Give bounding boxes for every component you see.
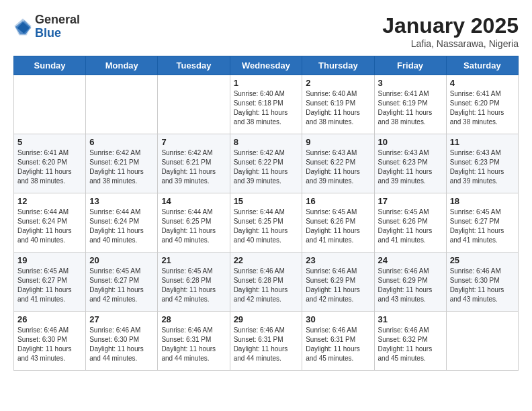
weekday-header-sunday: Sunday [14, 56, 86, 75]
calendar-cell: 5Sunrise: 6:41 AMSunset: 6:20 PMDaylight… [14, 134, 86, 193]
day-info: Sunrise: 6:45 AMSunset: 6:26 PMDaylight:… [306, 208, 370, 245]
day-info: Sunrise: 6:44 AMSunset: 6:24 PMDaylight:… [89, 208, 154, 245]
calendar-cell: 23Sunrise: 6:46 AMSunset: 6:29 PMDayligh… [302, 253, 374, 312]
calendar-cell: 15Sunrise: 6:44 AMSunset: 6:25 PMDayligh… [230, 193, 302, 253]
day-info: Sunrise: 6:45 AMSunset: 6:27 PMDaylight:… [450, 208, 515, 245]
calendar-cell: 24Sunrise: 6:46 AMSunset: 6:29 PMDayligh… [374, 253, 446, 312]
day-number: 11 [450, 137, 515, 147]
day-info: Sunrise: 6:43 AMSunset: 6:22 PMDaylight:… [306, 148, 370, 186]
day-info: Sunrise: 6:42 AMSunset: 6:22 PMDaylight:… [234, 148, 299, 186]
calendar-cell: 1Sunrise: 6:40 AMSunset: 6:18 PMDaylight… [230, 75, 302, 134]
calendar-cell: 6Sunrise: 6:42 AMSunset: 6:21 PMDaylight… [86, 134, 158, 193]
calendar-cell: 10Sunrise: 6:43 AMSunset: 6:23 PMDayligh… [374, 134, 446, 193]
day-number: 15 [234, 196, 299, 206]
day-info: Sunrise: 6:40 AMSunset: 6:19 PMDaylight:… [306, 89, 370, 127]
month-title: January 2025 [382, 13, 519, 38]
calendar-cell: 2Sunrise: 6:40 AMSunset: 6:19 PMDaylight… [302, 75, 374, 134]
day-number: 30 [306, 314, 370, 324]
calendar-cell [14, 75, 86, 134]
day-number: 10 [378, 137, 443, 147]
calendar-cell: 8Sunrise: 6:42 AMSunset: 6:22 PMDaylight… [230, 134, 302, 193]
day-number: 2 [306, 78, 370, 88]
day-info: Sunrise: 6:44 AMSunset: 6:25 PMDaylight:… [161, 208, 226, 245]
calendar-week-row: 1Sunrise: 6:40 AMSunset: 6:18 PMDaylight… [14, 75, 519, 134]
calendar-cell: 31Sunrise: 6:46 AMSunset: 6:32 PMDayligh… [374, 312, 446, 371]
calendar-cell: 29Sunrise: 6:46 AMSunset: 6:31 PMDayligh… [230, 312, 302, 371]
day-info: Sunrise: 6:46 AMSunset: 6:31 PMDaylight:… [234, 326, 299, 363]
page-header: General Blue January 2025 Lafia, Nassara… [13, 13, 519, 49]
day-number: 16 [306, 196, 370, 206]
day-number: 19 [17, 255, 82, 265]
day-info: Sunrise: 6:40 AMSunset: 6:18 PMDaylight:… [234, 89, 299, 127]
day-number: 13 [89, 196, 154, 206]
day-info: Sunrise: 6:46 AMSunset: 6:30 PMDaylight:… [17, 326, 82, 363]
day-info: Sunrise: 6:46 AMSunset: 6:30 PMDaylight:… [89, 326, 154, 363]
weekday-header-tuesday: Tuesday [158, 56, 230, 75]
weekday-header-friday: Friday [374, 56, 446, 75]
day-info: Sunrise: 6:45 AMSunset: 6:27 PMDaylight:… [17, 267, 82, 304]
calendar-cell: 16Sunrise: 6:45 AMSunset: 6:26 PMDayligh… [302, 193, 374, 253]
day-info: Sunrise: 6:44 AMSunset: 6:25 PMDaylight:… [234, 208, 299, 245]
day-number: 7 [161, 137, 226, 147]
day-number: 4 [450, 78, 515, 88]
day-number: 1 [234, 78, 299, 88]
day-number: 5 [17, 137, 82, 147]
calendar-cell: 7Sunrise: 6:42 AMSunset: 6:21 PMDaylight… [158, 134, 230, 193]
calendar-cell: 26Sunrise: 6:46 AMSunset: 6:30 PMDayligh… [14, 312, 86, 371]
calendar-week-row: 12Sunrise: 6:44 AMSunset: 6:24 PMDayligh… [14, 193, 519, 253]
logo: General Blue [13, 13, 80, 40]
day-number: 27 [89, 314, 154, 324]
day-number: 29 [234, 314, 299, 324]
calendar-cell: 12Sunrise: 6:44 AMSunset: 6:24 PMDayligh… [14, 193, 86, 253]
location-subtitle: Lafia, Nassarawa, Nigeria [382, 38, 519, 49]
calendar-cell: 4Sunrise: 6:41 AMSunset: 6:20 PMDaylight… [446, 75, 518, 134]
calendar-cell: 3Sunrise: 6:41 AMSunset: 6:19 PMDaylight… [374, 75, 446, 134]
day-info: Sunrise: 6:42 AMSunset: 6:21 PMDaylight:… [161, 148, 226, 186]
logo-general: General [35, 13, 80, 27]
day-info: Sunrise: 6:46 AMSunset: 6:30 PMDaylight:… [450, 267, 515, 304]
weekday-header-saturday: Saturday [446, 56, 518, 75]
calendar-cell [86, 75, 158, 134]
day-info: Sunrise: 6:41 AMSunset: 6:20 PMDaylight:… [450, 89, 515, 127]
calendar-cell: 11Sunrise: 6:43 AMSunset: 6:23 PMDayligh… [446, 134, 518, 193]
day-info: Sunrise: 6:46 AMSunset: 6:28 PMDaylight:… [234, 267, 299, 304]
day-number: 26 [17, 314, 82, 324]
calendar-cell: 18Sunrise: 6:45 AMSunset: 6:27 PMDayligh… [446, 193, 518, 253]
day-number: 9 [306, 137, 370, 147]
calendar-cell: 20Sunrise: 6:45 AMSunset: 6:27 PMDayligh… [86, 253, 158, 312]
day-number: 25 [450, 255, 515, 265]
weekday-header-thursday: Thursday [302, 56, 374, 75]
day-info: Sunrise: 6:45 AMSunset: 6:28 PMDaylight:… [161, 267, 226, 304]
calendar-cell: 25Sunrise: 6:46 AMSunset: 6:30 PMDayligh… [446, 253, 518, 312]
day-number: 20 [89, 255, 154, 265]
day-info: Sunrise: 6:46 AMSunset: 6:29 PMDaylight:… [306, 267, 370, 304]
day-number: 28 [161, 314, 226, 324]
day-info: Sunrise: 6:43 AMSunset: 6:23 PMDaylight:… [450, 148, 515, 186]
day-info: Sunrise: 6:45 AMSunset: 6:26 PMDaylight:… [378, 208, 443, 245]
calendar-week-row: 5Sunrise: 6:41 AMSunset: 6:20 PMDaylight… [14, 134, 519, 193]
calendar-cell: 9Sunrise: 6:43 AMSunset: 6:22 PMDaylight… [302, 134, 374, 193]
day-number: 18 [450, 196, 515, 206]
calendar-cell: 13Sunrise: 6:44 AMSunset: 6:24 PMDayligh… [86, 193, 158, 253]
day-info: Sunrise: 6:41 AMSunset: 6:20 PMDaylight:… [17, 148, 82, 186]
day-number: 8 [234, 137, 299, 147]
calendar-cell: 17Sunrise: 6:45 AMSunset: 6:26 PMDayligh… [374, 193, 446, 253]
day-info: Sunrise: 6:41 AMSunset: 6:19 PMDaylight:… [378, 89, 443, 127]
day-info: Sunrise: 6:42 AMSunset: 6:21 PMDaylight:… [89, 148, 154, 186]
day-number: 3 [378, 78, 443, 88]
logo-text: General Blue [35, 13, 80, 40]
title-block: January 2025 Lafia, Nassarawa, Nigeria [382, 13, 519, 49]
calendar-cell [446, 312, 518, 371]
logo-icon [13, 17, 32, 36]
calendar-cell: 19Sunrise: 6:45 AMSunset: 6:27 PMDayligh… [14, 253, 86, 312]
calendar-cell: 22Sunrise: 6:46 AMSunset: 6:28 PMDayligh… [230, 253, 302, 312]
weekday-header-row: SundayMondayTuesdayWednesdayThursdayFrid… [14, 56, 519, 75]
day-number: 14 [161, 196, 226, 206]
day-number: 31 [378, 314, 443, 324]
calendar-table: SundayMondayTuesdayWednesdayThursdayFrid… [13, 56, 519, 371]
calendar-cell: 30Sunrise: 6:46 AMSunset: 6:31 PMDayligh… [302, 312, 374, 371]
day-number: 6 [89, 137, 154, 147]
calendar-cell [158, 75, 230, 134]
day-number: 23 [306, 255, 370, 265]
weekday-header-monday: Monday [86, 56, 158, 75]
